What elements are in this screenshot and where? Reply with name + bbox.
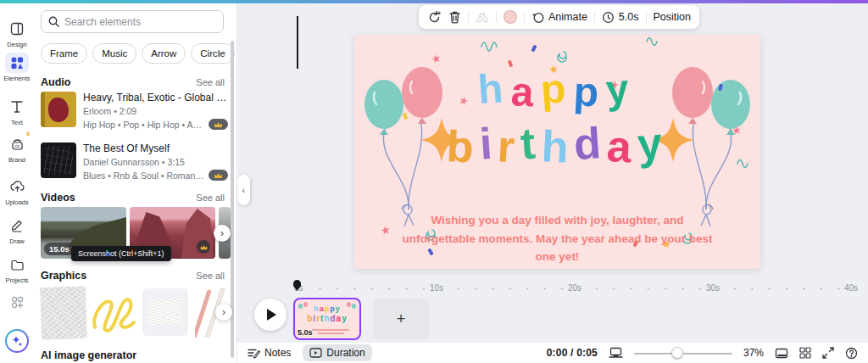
- chip-circle[interactable]: Circle: [191, 43, 234, 64]
- track-tags: Blues • Rnb & Soul • Romantic • Laid: [83, 170, 205, 181]
- videos-next-icon[interactable]: ›: [214, 225, 231, 242]
- present-icon[interactable]: [775, 348, 788, 359]
- sidebar-label: Design: [7, 41, 26, 48]
- sidebar-label: Projects: [5, 276, 28, 284]
- page-clip-thumbnail[interactable]: happy birthday 5.0s: [293, 298, 361, 340]
- video-duration-badge: 15.0s: [44, 243, 75, 255]
- design-page[interactable]: ★ ★ ★ ★ ★ ★ ★ happy birthday Wishing: [354, 35, 760, 269]
- search-box[interactable]: [41, 10, 224, 33]
- text-icon: [5, 97, 29, 117]
- clip-duration-label: 5.0s: [298, 328, 313, 337]
- window-top-gradient: [0, 0, 868, 3]
- section-title: Audio: [41, 76, 70, 88]
- album-art: [41, 142, 76, 178]
- sidebar-item-brand[interactable]: ♛ co Brand: [0, 134, 34, 164]
- chip-frame[interactable]: Frame: [41, 43, 87, 64]
- uploads-icon: [5, 176, 29, 197]
- videos-see-all-link[interactable]: See all: [196, 193, 225, 203]
- notes-button[interactable]: Notes: [248, 347, 291, 359]
- timeline-clips: happy birthday 5.0s +: [237, 298, 868, 342]
- fullscreen-icon[interactable]: [822, 347, 834, 359]
- zoom-slider[interactable]: [634, 347, 732, 359]
- graphics-next-icon[interactable]: ›: [215, 304, 232, 321]
- track-meta: Daniel Gunnarsson • 3:15: [83, 157, 228, 167]
- graphics-see-all-link[interactable]: See all: [196, 271, 225, 281]
- zoom-percent: 37%: [743, 347, 764, 359]
- magic-ai-button[interactable]: [0, 329, 34, 353]
- add-page-button[interactable]: +: [373, 299, 429, 339]
- sidebar-item-uploads[interactable]: Uploads: [0, 176, 34, 206]
- pro-crown-badge: [197, 240, 210, 254]
- animate-button[interactable]: Animate: [531, 11, 587, 24]
- toolbar-divider: [496, 11, 497, 23]
- help-icon[interactable]: [845, 347, 858, 360]
- sidebar-item-draw[interactable]: Draw: [0, 215, 34, 245]
- loop-icon[interactable]: [427, 10, 442, 25]
- screenshot-tooltip: Screenshot (Ctrl+Shift+1): [71, 246, 171, 261]
- canvas-area[interactable]: Animate 5.0s Position: [237, 3, 868, 363]
- tick-30s: 30s: [704, 283, 722, 293]
- graphic-crinkled-paper[interactable]: [142, 288, 188, 336]
- sidebar-item-apps[interactable]: [0, 292, 34, 312]
- elements-panel: Frame Music Arrow Circle › Audio See all…: [34, 3, 237, 363]
- delete-icon[interactable]: [448, 10, 461, 24]
- draw-icon: [5, 215, 29, 236]
- videos-row: 15.0s › Screenshot (Ctrl+Shift+1): [34, 207, 236, 261]
- svg-text:★: ★: [430, 51, 442, 66]
- toolbar-divider: [594, 11, 595, 23]
- videos-section-header: Videos See all: [41, 192, 225, 204]
- chip-arrow[interactable]: Arrow: [142, 43, 186, 64]
- audio-track-row[interactable]: The Best Of Myself Daniel Gunnarsson • 3…: [41, 142, 228, 183]
- sidebar-item-elements[interactable]: Elements: [0, 53, 34, 82]
- svg-text:co: co: [14, 143, 19, 148]
- panel-collapse-button[interactable]: ‹: [237, 175, 250, 205]
- svg-text:★: ★: [380, 223, 392, 237]
- sidebar-label: Elements: [3, 75, 30, 82]
- sidebar-label: Draw: [9, 237, 25, 245]
- graphics-section-header: Graphics See all: [41, 270, 225, 282]
- section-title: Graphics: [41, 270, 86, 282]
- duration-toggle-button[interactable]: Duration: [303, 344, 371, 361]
- playhead-marker[interactable]: [292, 279, 303, 292]
- card-subtitle: Wishing you a day filled with joy, laugh…: [395, 211, 720, 266]
- section-title: AI image generator: [41, 349, 136, 361]
- track-title: The Best Of Myself: [83, 142, 228, 154]
- graphic-yellow-scribble[interactable]: [90, 290, 137, 334]
- chevron-left-icon: ‹: [242, 186, 245, 195]
- track-meta: Erloom • 2:09: [83, 106, 228, 116]
- sidebar-label: Brand: [8, 156, 25, 164]
- search-input[interactable]: [64, 16, 209, 28]
- elements-icon: [5, 53, 29, 73]
- sidebar-item-design[interactable]: Design: [0, 19, 34, 48]
- chip-music[interactable]: Music: [92, 43, 136, 64]
- magic-sparkle-icon: [5, 329, 29, 353]
- play-button[interactable]: [254, 299, 287, 331]
- track-title: Heavy, Tribal, Exotic - Global Gan...: [83, 92, 228, 103]
- audio-see-all-link[interactable]: See all: [196, 77, 225, 87]
- sidebar-item-text[interactable]: Text: [0, 97, 34, 126]
- left-rail: Design Elements Text ♛ co Brand Uploads …: [0, 3, 34, 363]
- flip-icon-disabled: [476, 11, 489, 24]
- sidebar-label: Uploads: [5, 198, 29, 206]
- sidebar-item-projects[interactable]: Projects: [0, 254, 34, 284]
- album-art: [41, 92, 76, 127]
- timeline-ruler[interactable]: 0s 10s 20s 30s 40s: [237, 280, 868, 297]
- animate-icon: [531, 11, 544, 24]
- tick-20s: 20s: [565, 283, 584, 293]
- grid-view-icon[interactable]: [799, 347, 811, 359]
- graphic-paper-texture[interactable]: [40, 286, 87, 340]
- track-tags: Hip Hop • Pop • Hip Hop • Angry •...: [83, 120, 205, 130]
- bottom-bar: Notes Duration 0:00 / 0:05 37%: [237, 343, 868, 363]
- duration-button[interactable]: 5.0s: [602, 11, 639, 24]
- background-color-swatch[interactable]: [504, 10, 517, 24]
- zoom-slider-knob[interactable]: [671, 347, 683, 359]
- sidebar-label: Text: [11, 119, 23, 126]
- toolbar-divider: [468, 11, 469, 23]
- plus-icon: +: [397, 310, 406, 328]
- headline-happy: happy: [354, 70, 760, 111]
- position-button[interactable]: Position: [654, 11, 691, 23]
- audio-track-row[interactable]: Heavy, Tribal, Exotic - Global Gan... Er…: [41, 92, 228, 132]
- graphics-row: ›: [34, 285, 236, 343]
- laptop-icon[interactable]: [609, 347, 623, 359]
- crown-icon: ♛: [25, 131, 31, 137]
